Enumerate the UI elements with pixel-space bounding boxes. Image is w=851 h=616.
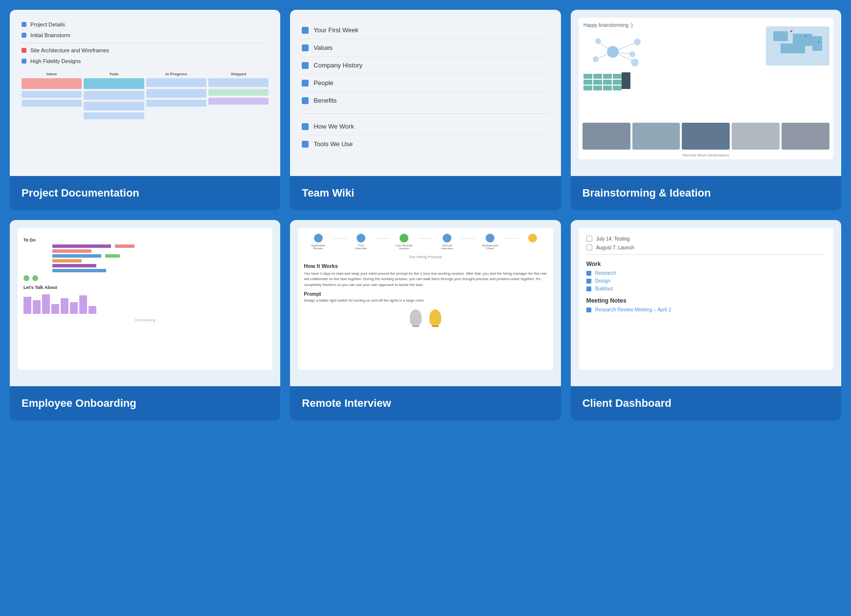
dot-icon: [22, 33, 26, 38]
onboard-caption: Onboarding: [23, 318, 267, 322]
remote-interview-content: ApplicationReview FirstInterview Live Wo…: [298, 228, 553, 370]
card-team-wiki[interactable]: Your First Week Values Company History P…: [290, 10, 560, 210]
kanban-card: [208, 78, 269, 87]
svg-point-9: [595, 38, 601, 44]
onboarding-preview: To Do: [18, 228, 272, 370]
proj-doc-label: High Fidelity Designs: [30, 58, 81, 64]
wiki-item-label: How We Work: [314, 123, 354, 130]
proj-doc-label: Site Architecture and Wireframes: [30, 47, 109, 53]
bulb-icons: [304, 309, 547, 325]
kanban-card: [84, 112, 144, 119]
proj-doc-item-4: High Fidelity Designs: [22, 58, 269, 64]
checklist-label: August 7: Launch: [596, 245, 634, 250]
card-label-team-wiki: Team Wiki: [290, 176, 560, 210]
wiki-item-label: People: [314, 79, 333, 87]
card-label-client-dashboard: Client Dashboard: [571, 386, 841, 420]
meeting-item-icon: [586, 308, 591, 312]
onboard-section-talkaboout: Let's Talk About: [23, 285, 267, 290]
client-dashboard-content: July 14: Testing August 7: Launch Work R…: [579, 228, 833, 370]
card-employee-onboarding[interactable]: To Do: [10, 220, 280, 420]
card-preview-brainstorm: Happy brainstorming :): [571, 10, 841, 176]
card-label-brainstorm: Brainstorming & Ideation: [571, 176, 841, 210]
card-project-documentation[interactable]: Project Details Initial Brainstorm Site …: [10, 10, 280, 210]
checkbox-icon: [586, 244, 592, 250]
wiki-item-icon: [302, 44, 309, 51]
kanban-col-header: In Progress: [146, 72, 206, 76]
card-preview-project-doc: Project Details Initial Brainstorm Site …: [10, 10, 280, 176]
kanban-col-header: Inbox: [22, 72, 82, 76]
process-section-title: Our Hiring Process: [304, 255, 547, 259]
svg-point-7: [629, 51, 635, 57]
wiki-item-label: Your First Week: [314, 26, 358, 34]
kanban-card: [84, 78, 144, 89]
checklist-item-2: August 7: Launch: [586, 244, 826, 250]
card-client-dashboard[interactable]: July 14: Testing August 7: Launch Work R…: [571, 220, 841, 420]
wiki-item-icon: [302, 97, 309, 104]
wiki-item-icon: [302, 27, 309, 34]
work-item-research: Research: [586, 270, 826, 276]
prompt-text: Design a better light switch for turning…: [304, 298, 547, 303]
card-preview-onboarding: To Do: [10, 220, 280, 386]
wiki-item-4: People: [302, 74, 549, 92]
wiki-item-1: Your First Week: [302, 22, 549, 39]
kanban-col-header: Shipped: [208, 72, 269, 76]
wiki-item-icon: [302, 80, 309, 87]
photo-thumbnails: [582, 123, 829, 150]
dot-icon: [22, 22, 26, 27]
teal-blocks: [583, 74, 622, 90]
kanban-col-shipped: Shipped: [208, 72, 269, 121]
kanban-card: [208, 89, 269, 96]
kanban-board: Inbox Todo In Progress: [22, 72, 269, 121]
card-label-onboarding: Employee Onboarding: [10, 386, 280, 420]
work-section-header: Work: [586, 261, 826, 267]
kanban-card: [22, 78, 82, 89]
meeting-item-label: Research Review Meeting – April 2: [595, 307, 672, 312]
how-it-works-text: You have 2 days to read and wrap your mi…: [304, 271, 547, 287]
wiki-item-5: Benefits: [302, 92, 549, 110]
wiki-item-icon: [302, 123, 309, 130]
card-brainstorming[interactable]: Happy brainstorming :): [571, 10, 841, 210]
wiki-item-3: Company History: [302, 57, 549, 74]
cards-grid: Project Details Initial Brainstorm Site …: [10, 10, 841, 420]
card-label-project-doc: Project Documentation: [10, 176, 280, 210]
wiki-item-6: How We Work: [302, 118, 549, 135]
kanban-card: [208, 98, 269, 105]
kanban-card: [146, 100, 206, 107]
onboard-section-todo: To Do: [23, 238, 267, 242]
kanban-card: [22, 91, 82, 98]
wiki-item-label: Tools We Use: [314, 140, 353, 148]
work-item-label: Research: [595, 270, 616, 276]
svg-point-5: [607, 46, 619, 58]
kanban-col-inprogress: In Progress: [146, 72, 206, 121]
svg-point-10: [593, 56, 599, 62]
work-item-label: Design: [595, 278, 610, 284]
proj-doc-label: Project Details: [30, 22, 65, 27]
dot-icon: [22, 48, 26, 53]
kanban-card: [22, 100, 82, 107]
wiki-item-label: Benefits: [314, 97, 336, 104]
meeting-item-1: Research Review Meeting – April 2: [586, 307, 826, 312]
work-item-design: Design: [586, 278, 826, 284]
how-it-works-title: How It Works: [304, 263, 547, 269]
wiki-item-icon: [302, 62, 309, 69]
card-preview-client: July 14: Testing August 7: Launch Work R…: [571, 220, 841, 386]
proj-doc-list: Project Details Initial Brainstorm Site …: [22, 22, 269, 64]
work-item-icon: [586, 286, 591, 291]
wiki-list: Your First Week Values Company History P…: [302, 22, 549, 153]
card-remote-interview[interactable]: ApplicationReview FirstInterview Live Wo…: [290, 220, 560, 420]
card-label-remote-interview: Remote Interview: [290, 386, 560, 420]
work-item-icon: [586, 271, 591, 276]
kanban-card: [84, 102, 144, 110]
work-item-label: Buildout: [595, 286, 613, 291]
svg-point-6: [634, 39, 641, 45]
wiki-item-label: Values: [314, 44, 333, 51]
bulb-yellow: [429, 309, 441, 325]
wiki-item-icon: [302, 141, 309, 148]
svg-point-8: [631, 59, 639, 66]
proj-doc-label: Initial Brainstorm: [30, 32, 70, 38]
kanban-card: [146, 78, 206, 87]
brainstorm-mindmap: [583, 27, 681, 76]
kanban-col-header: Todo: [84, 72, 144, 76]
proj-doc-item-1: Project Details: [22, 22, 269, 27]
bulb-gray: [410, 309, 422, 325]
